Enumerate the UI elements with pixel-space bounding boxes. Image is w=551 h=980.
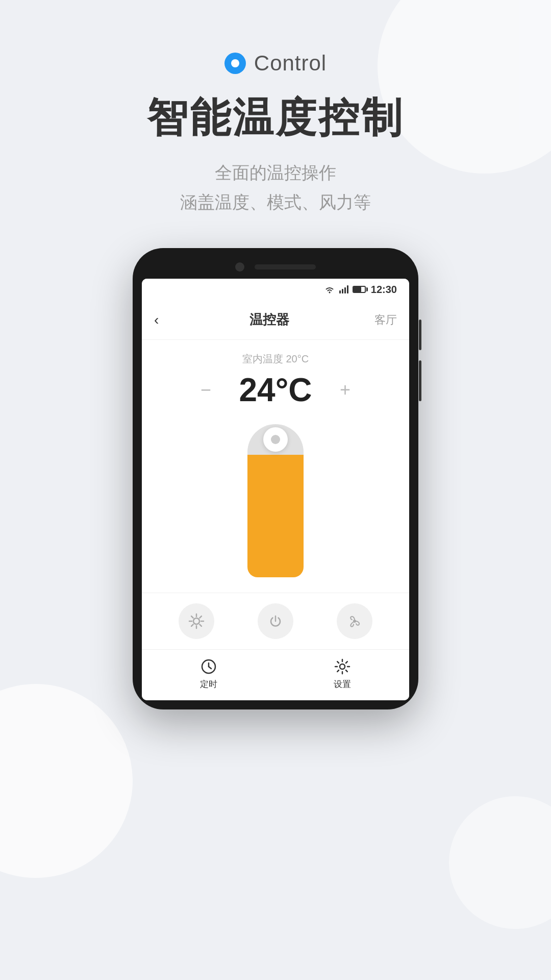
phone-side-button-2 [419, 360, 421, 401]
nav-timer-label: 定时 [200, 678, 217, 690]
phone-top-bar [142, 257, 409, 279]
phone-side-button [419, 320, 421, 350]
svg-rect-3 [344, 287, 346, 293]
main-title: 智能温度控制 [0, 91, 551, 146]
settings-icon [334, 658, 351, 675]
nav-settings-label: 设置 [334, 678, 351, 690]
svg-point-18 [340, 664, 345, 669]
subtitle-line2: 涵盖温度、模式、风力等 [0, 188, 551, 217]
thermometer[interactable] [245, 424, 306, 577]
app-title: 温控器 [164, 311, 374, 329]
svg-rect-4 [347, 285, 348, 293]
fan-button[interactable] [337, 603, 372, 639]
svg-line-12 [200, 616, 202, 618]
status-time: 12:30 [371, 284, 397, 296]
subtitle-line1: 全面的温控操作 [0, 158, 551, 188]
phone-screen: 12:30 ‹ 温控器 客厅 室内温度 20°C − 24°C + [142, 279, 409, 700]
brand-dot-inner [231, 59, 239, 67]
phone-mockup: 12:30 ‹ 温控器 客厅 室内温度 20°C − 24°C + [133, 248, 418, 709]
thermometer-area [142, 419, 409, 593]
nav-item-timer[interactable]: 定时 [200, 658, 217, 690]
increase-temp-button[interactable]: + [333, 377, 358, 403]
brightness-button[interactable] [179, 603, 214, 639]
app-location: 客厅 [374, 312, 397, 328]
fan-icon [346, 613, 363, 629]
subtitle: 全面的温控操作 涵盖温度、模式、风力等 [0, 158, 551, 217]
temperature-control: − 24°C + [142, 371, 409, 409]
temperature-section: 室内温度 20°C − 24°C + [142, 340, 409, 419]
svg-line-11 [200, 624, 202, 626]
bg-circle-bottom-right [449, 796, 551, 929]
svg-rect-1 [339, 290, 341, 293]
power-icon [267, 613, 284, 629]
decrease-temp-button[interactable]: − [193, 377, 219, 403]
svg-point-5 [193, 618, 199, 624]
svg-line-10 [191, 616, 193, 618]
wifi-icon [324, 285, 335, 293]
signal-icon [339, 285, 348, 293]
svg-line-17 [209, 667, 211, 669]
phone-camera [235, 262, 244, 272]
thermometer-body [247, 455, 304, 577]
battery-fill [354, 287, 361, 292]
sun-icon [188, 613, 205, 629]
svg-point-0 [329, 292, 330, 293]
battery-icon [353, 286, 366, 293]
svg-line-13 [191, 624, 193, 626]
phone-wrapper: 12:30 ‹ 温控器 客厅 室内温度 20°C − 24°C + [0, 248, 551, 709]
temperature-value: 24°C [239, 371, 312, 409]
thermometer-top [247, 424, 304, 455]
room-temp-label: 室内温度 20°C [142, 352, 409, 366]
thermometer-knob [263, 427, 288, 452]
status-icons [324, 285, 366, 293]
bg-circle-bottom-left [0, 684, 133, 878]
brand-row: Control [0, 51, 551, 76]
timer-icon [200, 658, 217, 675]
phone-speaker [255, 264, 316, 270]
bottom-navigation: 定时 设置 [142, 649, 409, 700]
app-header: ‹ 温控器 客厅 [142, 301, 409, 340]
brand-dot [224, 53, 246, 74]
page-header: Control 智能温度控制 全面的温控操作 涵盖温度、模式、风力等 [0, 0, 551, 217]
nav-item-settings[interactable]: 设置 [334, 658, 351, 690]
thermometer-knob-dot [271, 435, 280, 444]
svg-rect-2 [342, 289, 343, 293]
bottom-controls [142, 593, 409, 649]
brand-name: Control [254, 51, 327, 76]
status-bar: 12:30 [142, 279, 409, 301]
power-button[interactable] [258, 603, 293, 639]
back-button[interactable]: ‹ [154, 310, 164, 330]
